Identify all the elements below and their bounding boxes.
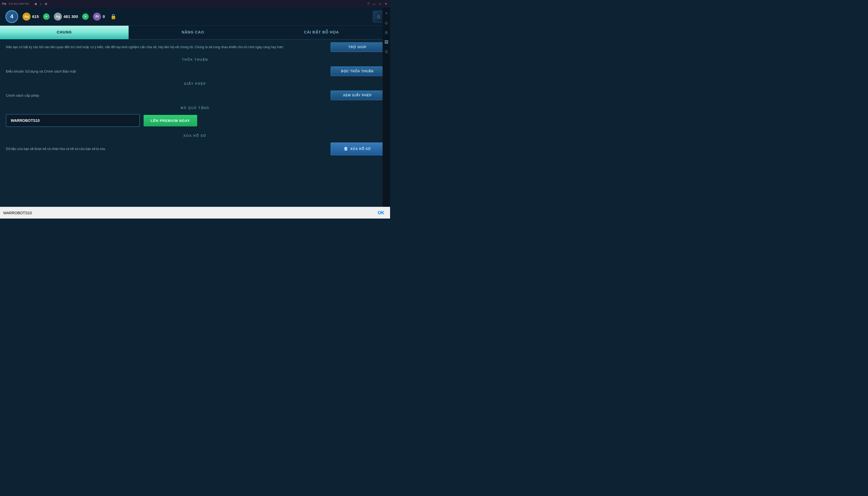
top-bar: 4 Au 615 + Ag 481 300 + Pt 0 🔒 ⌂ — [0, 7, 390, 26]
support-button[interactable]: TRỢ GIÚP — [330, 42, 384, 52]
silver-icon: Ag — [54, 13, 62, 21]
level-badge: 4 — [5, 10, 18, 23]
tab-cai-dat-do-hoa[interactable]: CÀI ĐẶT ĐỒ HỌA — [257, 26, 386, 39]
delete-profile-row: Dữ liệu của bạn sẽ được bỏ cá nhân hóa v… — [6, 142, 384, 155]
main-content: Nếu bạn có bất kỳ câu hỏi nào liên quan … — [0, 40, 390, 207]
delete-profile-section: Dữ liệu của bạn sẽ được bỏ cá nhân hóa v… — [0, 140, 390, 159]
gold-currency: Au 615 — [22, 13, 39, 21]
giay-phep-label: Chính sách cấp phép — [6, 93, 39, 97]
app-version: 5.21.501.1005 P64 — [9, 2, 29, 5]
sidebar-icon-4[interactable]: 🖼 — [383, 39, 389, 45]
title-bar-left: Pie 5.21.501.1005 P64 ◀ ⌂ ⊞ — [2, 2, 48, 6]
gift-code-row: LÊN PREMIUM NGAY — [6, 114, 384, 127]
tabs-container: CHUNG NÂNG CAO CÀI ĐẶT ĐỒ HỌA — [0, 26, 390, 40]
sidebar-icon-3[interactable]: ⊞ — [383, 29, 389, 35]
gold-icon: Au — [22, 13, 31, 21]
giay-phep-row: Chính sách cấp phép XEM GIẤY PHÉP — [0, 88, 390, 103]
silver-value: 481 300 — [63, 14, 78, 19]
sidebar-icon-1[interactable]: ≡ — [383, 10, 389, 16]
platinum-value: 0 — [103, 14, 105, 19]
intro-text: Nếu bạn có bất kỳ câu hỏi nào liên quan … — [6, 45, 283, 49]
add-gold-btn[interactable]: + — [43, 13, 49, 20]
gift-code-divider: MÃ QUÀ TẶNG — [0, 103, 390, 112]
help-btn[interactable]: ? — [366, 2, 370, 6]
trash-icon: 🗑 — [344, 146, 348, 151]
title-bar: Pie 5.21.501.1005 P64 ◀ ⌂ ⊞ ? — □ ✕ — [0, 0, 390, 7]
silver-currency: Ag 481 300 — [54, 13, 78, 21]
tab-chung[interactable]: CHUNG — [0, 26, 128, 39]
delete-profile-button[interactable]: 🗑 XÓA HỒ SƠ — [330, 142, 384, 155]
currency-group: 4 Au 615 + Ag 481 300 + Pt 0 🔒 — [5, 10, 117, 23]
giay-phep-divider: GIẤY PHÉP — [0, 79, 390, 88]
add-silver-btn[interactable]: + — [82, 13, 89, 20]
thoa-thuan-divider: THỎA THUẬN — [0, 55, 390, 64]
bottom-input[interactable] — [3, 211, 375, 215]
maximize-btn[interactable]: □ — [378, 2, 382, 6]
share-btn[interactable]: ⊞ — [44, 2, 48, 6]
platinum-currency: Pt 0 — [93, 13, 105, 21]
view-license-button[interactable]: XEM GIẤY PHÉP — [330, 91, 384, 100]
ok-button[interactable]: OK — [375, 210, 387, 216]
gift-code-section: LÊN PREMIUM NGAY — [0, 112, 390, 131]
delete-profile-divider: XÓA HỒ SƠ — [0, 131, 390, 140]
read-agreement-button[interactable]: ĐỌC THỎA THUẬN — [330, 66, 384, 76]
home-btn-title[interactable]: ⌂ — [38, 2, 43, 6]
tab-nang-cao[interactable]: NÂNG CAO — [128, 26, 257, 39]
back-btn[interactable]: ◀ — [33, 2, 37, 6]
app-name: Pie — [2, 2, 6, 5]
sidebar-icon-2[interactable]: ◎ — [383, 20, 389, 26]
bottom-bar: OK — [0, 207, 390, 219]
intro-section: Nếu bạn có bất kỳ câu hỏi nào liên quan … — [0, 40, 390, 55]
gold-value: 615 — [32, 14, 39, 19]
gift-code-input[interactable] — [6, 114, 140, 127]
premium-button[interactable]: LÊN PREMIUM NGAY — [144, 115, 197, 126]
lock-icon: 🔒 — [109, 13, 117, 21]
title-bar-nav: ◀ ⌂ ⊞ — [33, 2, 48, 6]
minimize-btn[interactable]: — — [372, 2, 376, 6]
sidebar-icon-5[interactable]: ☰ — [383, 49, 389, 55]
delete-description: Dữ liệu của bạn sẽ được bỏ cá nhân hóa v… — [6, 146, 106, 151]
close-btn[interactable]: ✕ — [384, 2, 388, 6]
right-sidebar: ≡ ◎ ⊞ 🖼 ☰ — [383, 7, 390, 207]
thoa-thuan-row: Điều khoản Sử dụng và Chính sách Bảo mật… — [0, 64, 390, 79]
thoa-thuan-label: Điều khoản Sử dụng và Chính sách Bảo mật — [6, 69, 76, 73]
window-controls: ? — □ ✕ — [366, 2, 388, 6]
platinum-icon: Pt — [93, 13, 101, 21]
